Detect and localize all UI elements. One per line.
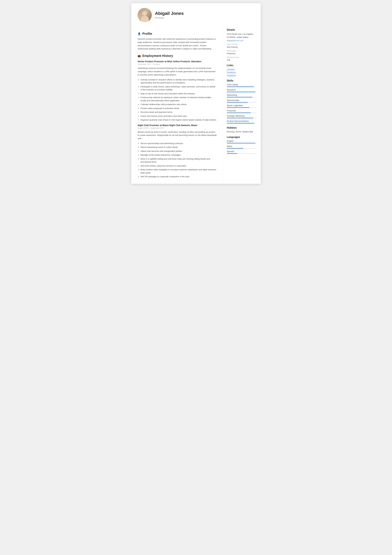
skill-product-demonstrations: Product Demonstrations xyxy=(227,120,257,124)
list-item: Continuously network by staying an activ… xyxy=(141,96,217,102)
job-2-title: Night Club Promoter at Miami Night Club … xyxy=(138,124,217,127)
job-2-bullets: Secure sponsorships and advertising cont… xyxy=(138,142,217,178)
skill-strategic-marketing: Strategic Marketing xyxy=(227,115,257,118)
list-item: Attend networking events to solicit clie… xyxy=(141,146,217,149)
list-item: Secure sponsorships and advertising cont… xyxy=(141,142,217,145)
header: Abigail Jones Promoter xyxy=(131,3,261,25)
detail-email: abigail@email.com xyxy=(227,39,257,42)
skill-cold-calling: Cold Calling xyxy=(227,83,257,87)
candidate-name: Abigail Jones xyxy=(155,11,184,16)
list-item: Cultivate relationships with prospective… xyxy=(141,103,217,106)
hobbies-section-title: Hobbies xyxy=(227,126,257,129)
profile-icon: 👤 xyxy=(138,32,141,35)
skill-sponsorships: Sponsorships xyxy=(227,99,257,103)
link-instagram[interactable]: Instagram xyxy=(227,74,257,76)
employment-section-title: 💼 Employment History xyxy=(138,54,217,58)
skills-section-title: Skills xyxy=(227,79,257,82)
left-column: 👤 Profile Dynamic product promoter with … xyxy=(131,25,223,184)
list-item: Sell event tickets, party-bus services t… xyxy=(141,164,217,168)
job-1-bullets: Actively involved in research efforts to… xyxy=(138,78,217,122)
lang-english: English xyxy=(227,140,257,143)
skill-networking: Networking xyxy=(227,94,257,97)
nationality-label: Nationality xyxy=(227,50,257,52)
job-2: Night Club Promoter at Miami Night Club … xyxy=(138,124,217,178)
job-2-dates: August 2015 – September 2017 xyxy=(138,127,217,129)
list-item: Organize quarterly road shows to visit r… xyxy=(141,118,217,122)
resume: Abigail Jones Promoter 👤 Profile Dynamic… xyxy=(131,3,261,184)
list-item: Structure deals and payment terms xyxy=(141,111,217,114)
driving-license-value: Full xyxy=(227,59,257,61)
links-section-title: Links xyxy=(227,64,257,67)
link-linkedin[interactable]: Linkedin xyxy=(227,68,257,70)
lang-italian: Italian xyxy=(227,145,257,149)
list-item: Attend club launches and inauguration pa… xyxy=(141,150,217,153)
job-1-dates: November 2017 – Present xyxy=(138,63,217,66)
list-item: Manage social media awareness campaigns xyxy=(141,153,217,157)
profile-text: Dynamic product promoter with extensive … xyxy=(138,37,217,51)
job-1: Senior Product Promoter at Wish Online P… xyxy=(138,60,217,121)
candidate-title: Promoter xyxy=(155,17,184,19)
lang-spanish: Spanish xyxy=(227,150,257,154)
list-item: Work in a nightlife setting and visit th… xyxy=(141,157,217,163)
employment-icon: 💼 xyxy=(138,54,141,57)
details-section-title: Details xyxy=(227,29,257,31)
job-2-description: Market events by word of mouth, email bl… xyxy=(138,131,217,140)
hobbies-text: Running, Tennis, Basket Ball xyxy=(227,131,257,133)
nationality-value: American xyxy=(227,52,257,55)
list-item: Sell VIP packages to corporate companies… xyxy=(141,175,217,178)
skill-proposals: Proposals xyxy=(227,110,257,113)
job-1-description: Advertising revenue increased following … xyxy=(138,67,217,76)
list-item: Build creative sales strategies to incre… xyxy=(141,168,217,174)
list-item: Stay on top of new trends and innovation… xyxy=(141,92,217,95)
list-item: Participate in trade shows, sales worksh… xyxy=(141,85,217,91)
job-1-title: Senior Product Promoter at Wish Online P… xyxy=(138,60,217,63)
list-item: Actively involved in research efforts to… xyxy=(141,78,217,84)
detail-address: 1515 Pacific Ave, Los Angeles, CA 90291,… xyxy=(227,33,257,39)
skill-research: Research xyxy=(227,89,257,92)
list-item: Present sales proposals to potential cli… xyxy=(141,107,217,110)
list-item: Coach and mentor junior promoters and sa… xyxy=(141,115,217,118)
languages-section-title: Languages xyxy=(227,136,257,139)
place-of-birth-label: Place of birth xyxy=(227,43,257,45)
place-of-birth-value: San Antonio xyxy=(227,46,257,48)
main-content: 👤 Profile Dynamic product promoter with … xyxy=(131,25,261,184)
link-facebook[interactable]: Facebook xyxy=(227,71,257,73)
header-info: Abigail Jones Promoter xyxy=(155,11,184,19)
profile-section-title: 👤 Profile xyxy=(138,32,217,36)
avatar xyxy=(138,8,152,22)
right-column: Details 1515 Pacific Ave, Los Angeles, C… xyxy=(223,25,261,184)
driving-license-label: Driving license xyxy=(227,56,257,58)
skill-sports-legislation: Sports Legislation xyxy=(227,104,257,108)
